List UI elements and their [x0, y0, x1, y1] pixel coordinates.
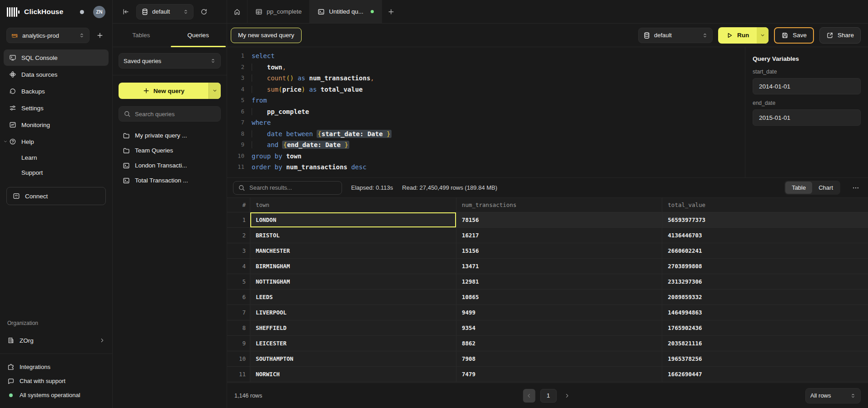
save-button[interactable]: Save	[774, 27, 814, 44]
sidebar-item-settings[interactable]: Settings	[4, 100, 109, 116]
add-service-button[interactable]	[94, 29, 106, 41]
column-header-total-value[interactable]: total_value	[662, 198, 868, 212]
sidebar-footer-chat-with-support[interactable]: Chat with support	[0, 374, 112, 388]
tab-tables[interactable]: Tables	[113, 24, 170, 47]
new-query-dropdown-button[interactable]	[208, 83, 221, 99]
service-selector[interactable]: aws analytics-prod	[6, 28, 89, 43]
cell-total-value[interactable]: 2703899808	[662, 259, 868, 274]
cell-town[interactable]: NOTTINGHAM	[250, 274, 456, 289]
sidebar-item-backups[interactable]: Backups	[4, 83, 109, 99]
cell-num-transactions[interactable]: 10865	[456, 290, 662, 305]
cell-num-transactions[interactable]: 15156	[456, 243, 662, 258]
column-header-num-transactions[interactable]: num_transactions	[456, 198, 662, 212]
cell-num-transactions[interactable]: 8862	[456, 336, 662, 351]
saved-query-total-transaction[interactable]: Total Transaction ...	[119, 173, 221, 188]
sidebar-item-data-sources[interactable]: Data sources	[4, 66, 109, 83]
cell-total-value[interactable]: 2035821116	[662, 336, 868, 351]
cell-num-transactions[interactable]: 9354	[456, 320, 662, 335]
share-button[interactable]: Share	[819, 27, 861, 44]
new-query-main[interactable]: New query	[119, 83, 208, 99]
cell-town[interactable]: LEICESTER	[250, 336, 456, 351]
table-row[interactable]: 7LIVERPOOL94991464994863	[227, 305, 868, 320]
saved-query-london-transacti[interactable]: London Transacti...	[119, 158, 221, 173]
refresh-button[interactable]	[197, 5, 211, 19]
organization-item[interactable]: ZOrg	[0, 332, 112, 349]
new-tab-button[interactable]	[382, 0, 400, 23]
cell-total-value[interactable]: 4136446703	[662, 228, 868, 243]
sidebar-footer-integrations[interactable]: Integrations	[0, 360, 112, 374]
saved-query-tab[interactable]: My new saved query	[231, 28, 302, 43]
saved-query-team-queries[interactable]: Team Queries	[119, 143, 221, 158]
column-header-town[interactable]: town	[250, 198, 456, 212]
run-button[interactable]: Run	[718, 27, 769, 44]
run-button-main[interactable]: Run	[718, 27, 757, 44]
cell-total-value[interactable]: 56593977373	[662, 212, 868, 227]
connect-button[interactable]: Connect	[6, 187, 106, 205]
table-row[interactable]: 10SOUTHAMPTON79081965378256	[227, 351, 868, 367]
collapse-panel-button[interactable]	[119, 5, 133, 19]
code-line[interactable]: 3 count() as num_transactions,	[227, 73, 745, 84]
tab-queries[interactable]: Queries	[170, 24, 227, 47]
cell-num-transactions[interactable]: 9499	[456, 305, 662, 320]
code-line[interactable]: 6 pp_complete	[227, 106, 745, 118]
cell-total-value[interactable]: 1662690447	[662, 367, 868, 382]
saved-queries-selector[interactable]: Saved queries	[119, 53, 221, 69]
editor-database-selector[interactable]: default	[638, 28, 713, 43]
cell-town[interactable]: SOUTHAMPTON	[250, 351, 456, 366]
cell-town[interactable]: BRISTOL	[250, 228, 456, 243]
run-options-button[interactable]	[757, 27, 769, 44]
code-line[interactable]: 9 and {end_date: Date }	[227, 139, 745, 151]
cell-town[interactable]: LIVERPOOL	[250, 305, 456, 320]
cell-total-value[interactable]: 1464994863	[662, 305, 868, 320]
cell-total-value[interactable]: 2089859332	[662, 290, 868, 305]
sql-editor[interactable]: 1select2 town,3 count() as num_transacti…	[227, 47, 745, 177]
previous-page-button[interactable]	[523, 389, 535, 403]
cell-town[interactable]: SHEFFIELD	[250, 320, 456, 335]
code-line[interactable]: 7where	[227, 117, 745, 128]
results-menu-button[interactable]	[849, 182, 862, 194]
table-row[interactable]: 11NORWICH74791662690447	[227, 367, 868, 382]
start-date-input[interactable]	[753, 78, 861, 94]
cell-num-transactions[interactable]: 12981	[456, 274, 662, 289]
cell-num-transactions[interactable]: 13471	[456, 259, 662, 274]
cell-town[interactable]: MANCHESTER	[250, 243, 456, 258]
cell-num-transactions[interactable]: 7479	[456, 367, 662, 382]
table-row[interactable]: 2BRISTOL162174136446703	[227, 228, 868, 243]
cell-town[interactable]: BIRMINGHAM	[250, 259, 456, 274]
tab-pp-complete[interactable]: pp_complete	[247, 0, 310, 23]
table-row[interactable]: 9LEICESTER88622035821116	[227, 336, 868, 351]
database-selector[interactable]: default	[136, 4, 193, 20]
next-page-button[interactable]	[561, 389, 572, 403]
sidebar-footer-all-systems-operational[interactable]: All systems operational	[0, 388, 112, 402]
notification-dot-icon[interactable]	[80, 10, 84, 14]
table-row[interactable]: 1LONDON7815656593977373	[227, 212, 868, 228]
search-queries-input[interactable]	[135, 111, 216, 118]
sidebar-item-sql-console[interactable]: SQL Console	[4, 49, 109, 66]
cell-num-transactions[interactable]: 16217	[456, 228, 662, 243]
sidebar-item-help[interactable]: Help	[4, 133, 109, 150]
home-button[interactable]	[227, 0, 247, 23]
code-line[interactable]: 4 sum(price) as total_value	[227, 84, 745, 95]
view-table-button[interactable]: Table	[785, 182, 812, 194]
cell-town[interactable]: LEEDS	[250, 290, 456, 305]
cell-total-value[interactable]: 2660602241	[662, 243, 868, 258]
saved-query-my-private-query[interactable]: My private query ...	[119, 128, 221, 143]
cell-num-transactions[interactable]: 7908	[456, 351, 662, 366]
code-line[interactable]: 1select	[227, 50, 745, 62]
table-row[interactable]: 5NOTTINGHAM129812313297306	[227, 274, 868, 290]
current-page[interactable]: 1	[540, 389, 556, 403]
tab-untitled-query[interactable]: Untitled qu...	[310, 0, 382, 23]
code-line[interactable]: 8 date between {start_date: Date }	[227, 128, 745, 140]
cell-num-transactions[interactable]: 78156	[456, 212, 662, 227]
cell-town[interactable]: LONDON	[250, 212, 456, 227]
cell-total-value[interactable]: 1965378256	[662, 351, 868, 366]
table-row[interactable]: 4BIRMINGHAM134712703899808	[227, 259, 868, 274]
cell-town[interactable]: NORWICH	[250, 367, 456, 382]
table-row[interactable]: 3MANCHESTER151562660602241	[227, 243, 868, 259]
code-line[interactable]: 5from	[227, 95, 745, 106]
avatar[interactable]: ZN	[93, 6, 105, 18]
code-line[interactable]: 11order by num_transactions desc	[227, 162, 745, 173]
table-row[interactable]: 8SHEFFIELD93541765902436	[227, 320, 868, 336]
code-line[interactable]: 2 town,	[227, 62, 745, 73]
page-size-selector[interactable]: All rows	[805, 388, 861, 403]
